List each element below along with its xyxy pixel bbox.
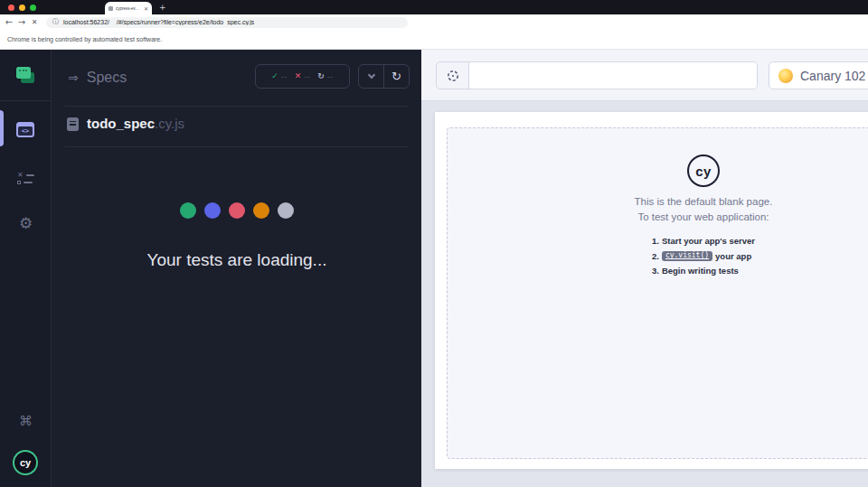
tab-favicon-icon [108, 6, 113, 11]
page-info-icon[interactable]: ⓘ [52, 19, 59, 25]
blank-page-heading-line1: This is the default blank page. [635, 194, 773, 210]
stat-pending: ↻ -- [317, 72, 334, 81]
cypress-circle-logo: cy [687, 155, 720, 187]
aut-region: Canary 102 cy This is the default blank … [421, 50, 868, 487]
traffic-light-close-button[interactable] [8, 5, 14, 11]
address-bar[interactable]: ⓘ localhost:56232/__/#/specs/runner?file… [46, 17, 408, 28]
step-text: Start your app's server [662, 236, 755, 247]
pending-count: -- [327, 72, 334, 81]
spec-file-row[interactable]: todo_spec.cy.js [67, 116, 184, 132]
loading-dot [204, 202, 221, 219]
refresh-icon: ↻ [392, 70, 401, 82]
divider [65, 146, 409, 147]
window-dot [25, 70, 27, 71]
divider [65, 106, 409, 107]
stat-passed: ✓ -- [271, 72, 288, 81]
aut-header: Canary 102 [421, 50, 868, 101]
new-tab-button[interactable]: + [159, 3, 166, 12]
nav-item-specs[interactable]: <> [16, 122, 34, 137]
collapse-button[interactable] [359, 65, 383, 88]
address-url: localhost:56232/__/#/specs/runner?file=c… [63, 19, 254, 25]
step-number: 2. [652, 251, 659, 262]
forward-icon[interactable]: → [15, 17, 28, 27]
spec-file-icon [67, 117, 79, 131]
cypress-circle-logo-text: cy [695, 164, 712, 178]
step-text: your app [715, 251, 751, 262]
settings-gear-icon[interactable]: ⚙ [0, 216, 52, 231]
rail-divider [0, 100, 52, 101]
browser-toolbar: ← → ✕ ⓘ localhost:56232/__/#/specs/runne… [0, 14, 868, 30]
step-number: 3. [652, 266, 659, 276]
cypress-app: <> ✕ ⚙ ⌘ cy ⇒ Specs ✓ -- [0, 50, 868, 487]
checklist-square [17, 181, 21, 184]
failed-cross-icon: ✕ [295, 72, 302, 80]
stat-failed: ✕ -- [295, 72, 311, 81]
cypress-logo[interactable]: cy [13, 450, 38, 475]
checklist-x-glyph: ✕ [17, 173, 24, 177]
browser-tab[interactable]: cypress-example-todomvc ✕ [105, 2, 152, 14]
loading-dots [52, 202, 421, 219]
aut-url-input[interactable] [469, 62, 757, 89]
test-stats: ✓ -- ✕ -- ↻ -- [255, 64, 350, 89]
passed-check-icon: ✓ [271, 72, 278, 80]
step-text: Begin writing tests [662, 266, 739, 276]
keyboard-shortcuts-icon[interactable]: ⌘ [0, 415, 52, 428]
loading-dot [253, 202, 269, 219]
automation-infobar: Chrome is being controlled by automated … [0, 30, 868, 50]
specs-arrow-icon: ⇒ [68, 71, 79, 84]
specs-window-icon: <> [18, 126, 33, 136]
automation-infobar-text: Chrome is being controlled by automated … [7, 36, 162, 42]
code-brackets-glyph: <> [22, 128, 29, 135]
active-nav-indicator [0, 110, 4, 146]
step-item: 2. cy.visit() your app [652, 251, 751, 262]
specs-explorer-icon[interactable] [14, 65, 36, 85]
loading-dot [229, 202, 245, 219]
chrome-canary-icon [778, 69, 793, 83]
spec-file-name: todo_spec [87, 116, 155, 131]
checklist-bar [24, 182, 33, 183]
passed-count: -- [281, 72, 288, 81]
spec-file-extension: .cy.js [155, 116, 184, 131]
specs-panel: ⇒ Specs ✓ -- ✕ -- ↻ -- ↻ [52, 50, 421, 487]
runner-controls: ↻ [358, 64, 410, 89]
specs-panel-header: ⇒ Specs [68, 70, 127, 86]
rerun-button[interactable]: ↻ [383, 65, 409, 88]
crosshair-icon [446, 69, 460, 83]
checklist-bar [26, 174, 34, 176]
tab-close-icon[interactable]: ✕ [144, 5, 148, 12]
aut-url-bar [436, 61, 758, 89]
stop-icon[interactable]: ✕ [28, 18, 41, 26]
window-dot [23, 70, 24, 71]
window-titlebar: cypress-example-todomvc ✕ + [0, 0, 868, 14]
blank-page-heading: This is the default blank page. To test … [635, 194, 773, 225]
loading-dot [278, 202, 294, 219]
pending-circle-icon: ↻ [317, 72, 325, 80]
checklist-icon-row: ✕ [17, 173, 34, 177]
failed-count: -- [304, 72, 310, 81]
browser-selector-label: Canary 102 [800, 69, 865, 83]
specs-panel-title: Specs [87, 70, 127, 86]
window-dot [19, 70, 21, 71]
chevron-down-icon [367, 71, 374, 79]
aut-iframe: cy This is the default blank page. To te… [435, 112, 868, 469]
cy-visit-code-link[interactable]: cy.visit() [662, 251, 712, 262]
cypress-logo-text: cy [20, 458, 31, 468]
browser-selector[interactable]: Canary 102 [769, 61, 868, 89]
loading-message: Your tests are loading... [52, 250, 421, 270]
back-icon[interactable]: ← [3, 17, 15, 27]
traffic-light-zoom-button[interactable] [30, 5, 36, 11]
selector-playground-button[interactable] [437, 62, 469, 89]
step-number: 1. [652, 236, 659, 247]
specs-explorer-icon-front [16, 67, 31, 79]
nav-rail: <> ✕ ⚙ ⌘ cy [0, 50, 52, 487]
tab-title: cypress-example-todomvc [116, 6, 141, 11]
step-item: 3. Begin writing tests [652, 266, 739, 276]
step-item: 1. Start your app's server [652, 236, 755, 247]
loading-dot [180, 202, 196, 219]
nav-item-runs[interactable]: ✕ [17, 171, 34, 186]
default-blank-page: cy This is the default blank page. To te… [447, 127, 868, 459]
checklist-icon-row [17, 181, 34, 184]
blank-page-steps: 1. Start your app's server 2. cy.visit()… [652, 236, 755, 276]
blank-page-heading-line2: To test your web application: [635, 210, 773, 225]
traffic-light-minimize-button[interactable] [19, 5, 25, 11]
